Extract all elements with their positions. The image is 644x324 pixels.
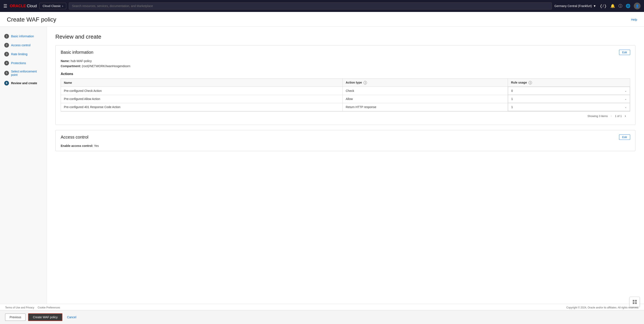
policy-name-value: hub-WAF-policy [71, 59, 92, 63]
help-link[interactable]: Help [631, 18, 637, 21]
oracle-logo: ORACLE Cloud [10, 4, 37, 8]
enable-label: Enable access control: [61, 144, 93, 148]
user-avatar[interactable]: 👤 [634, 3, 640, 9]
cancel-button[interactable]: Cancel [65, 314, 78, 320]
showing-items-text: Showing 3 items [587, 115, 608, 118]
help-circle-icon[interactable]: ⓘ [618, 4, 622, 9]
table-row: Pre-configured 401 Response Code Action … [61, 103, 630, 111]
expand-row-2-icon[interactable]: ⌄ [624, 97, 627, 100]
sidebar-item-label: Protections [11, 61, 26, 65]
table-row: Pre-configured Allow Action Allow 1 ⌄ [61, 95, 630, 103]
step-6-circle: 6 [4, 81, 9, 86]
pagination-row: Showing 3 items ‹ 1 of 1 › [61, 111, 630, 120]
bottom-bar: Previous Create WAF policy Cancel [0, 310, 644, 324]
action-name-3: Pre-configured 401 Response Code Action [61, 103, 343, 111]
top-navigation: ☰ ORACLE Cloud Cloud Classic › Germany C… [0, 0, 644, 12]
sidebar-item-enforcement-point[interactable]: 5 Select enforcement point [0, 68, 47, 79]
step-4-circle: 4 [4, 61, 9, 66]
previous-button[interactable]: Previous [5, 313, 26, 321]
action-name-1: Pre-configured Check Action [61, 87, 343, 95]
page-info: 1 of 1 [615, 115, 622, 118]
expand-row-3-icon[interactable]: ⌄ [624, 106, 627, 109]
next-page-button[interactable]: › [624, 114, 627, 118]
help-widget[interactable] [630, 297, 640, 307]
sidebar-item-rate-limiting[interactable]: 3 Rate limiting [0, 50, 47, 59]
actions-title: Actions [61, 72, 630, 76]
page-title: Create WAF policy [7, 16, 56, 23]
main-layout: 1 Basic information 2 Access control 3 R… [0, 27, 644, 304]
bell-icon[interactable]: 🔔 [610, 4, 615, 8]
basic-information-header: Basic information Edit [56, 45, 635, 58]
sidebar-item-basic-information[interactable]: 1 Basic information [0, 32, 47, 41]
rule-usage-1: 0 ⌄ [508, 87, 630, 95]
help-widget-grid [632, 299, 638, 305]
action-type-3: Return HTTP response [343, 103, 508, 111]
sidebar-item-review-and-create: 6 Review and create [0, 79, 47, 88]
search-input[interactable] [69, 2, 552, 10]
cookie-link[interactable]: Cookie Preferences [38, 306, 60, 309]
access-control-info: Enable access control: Yes [56, 143, 635, 151]
sidebar-item-label: Access control [11, 44, 30, 47]
compartment-row: Compartment: (root)/NETWORK/IwanHoogendo… [56, 64, 635, 69]
policy-name-row: Name: hub-WAF-policy [56, 58, 635, 64]
access-control-header: Access control Edit [56, 130, 635, 143]
rule-usage-2: 1 ⌄ [508, 95, 630, 103]
actions-table: Name Action type i Rule usage i [61, 79, 630, 111]
region-selector[interactable]: Germany Central (Frankfurt) ▼ [554, 4, 596, 8]
step-1-circle: 1 [4, 34, 9, 39]
rule-usage-3: 1 ⌄ [508, 103, 630, 111]
table-row: Pre-configured Check Action Check 0 ⌄ [61, 87, 630, 95]
access-control-edit-button[interactable]: Edit [619, 135, 630, 140]
rule-usage-info-icon[interactable]: i [528, 81, 532, 84]
compartment-path: (root)/NETWORK/IwanHoogendoorn [82, 64, 130, 68]
step-5-circle: 5 [4, 71, 9, 76]
review-section-title: Review and create [55, 34, 636, 40]
page-container: Create WAF policy Help 1 Basic informati… [0, 12, 644, 324]
action-type-info-icon[interactable]: i [364, 81, 367, 84]
footer-links: Terms of Use and Privacy Cookie Preferen… [5, 306, 60, 309]
chevron-down-icon: ▼ [593, 4, 596, 8]
topnav-right: Germany Central (Frankfurt) ▼ ❬/❭ 🔔 ⓘ 🌐 … [554, 3, 640, 9]
col-rule-usage: Rule usage i [508, 79, 630, 87]
action-name-2: Pre-configured Allow Action [61, 95, 343, 103]
expand-row-1-icon[interactable]: ⌄ [624, 89, 627, 92]
basic-information-edit-button[interactable]: Edit [619, 50, 630, 55]
basic-information-card: Basic information Edit Name: hub-WAF-pol… [55, 45, 636, 125]
cloud-classic-button[interactable]: Cloud Classic › [40, 3, 66, 9]
col-name: Name [61, 79, 343, 87]
compartment-label: Compartment: [61, 64, 81, 68]
step-2-circle: 2 [4, 43, 9, 48]
sidebar: 1 Basic information 2 Access control 3 R… [0, 27, 47, 304]
page-header: Create WAF policy Help [0, 12, 644, 27]
code-icon[interactable]: ❬/❭ [600, 4, 607, 8]
copyright-text: Copyright © 2024, Oracle and/or its affi… [566, 306, 639, 309]
sidebar-item-protections[interactable]: 4 Protections [0, 59, 47, 68]
sidebar-item-label: Review and create [11, 81, 37, 85]
previous-page-button[interactable]: ‹ [610, 114, 613, 118]
hamburger-menu[interactable]: ☰ [4, 4, 7, 9]
col-action-type: Action type i [343, 79, 508, 87]
name-label: Name: [61, 59, 70, 63]
content-area: Review and create Basic information Edit… [47, 27, 644, 304]
access-control-card: Access control Edit Enable access contro… [55, 130, 636, 151]
enable-value: Yes [94, 144, 99, 148]
terms-link[interactable]: Terms of Use and Privacy [5, 306, 34, 309]
actions-section: Actions Name Action type i [56, 72, 635, 125]
sidebar-item-label: Select enforcement point [11, 70, 42, 77]
sidebar-item-label: Basic information [11, 35, 34, 38]
action-type-2: Allow [343, 95, 508, 103]
action-type-1: Check [343, 87, 508, 95]
step-3-circle: 3 [4, 52, 9, 57]
basic-information-title: Basic information [61, 50, 93, 55]
sidebar-item-access-control[interactable]: 2 Access control [0, 41, 47, 50]
globe-icon[interactable]: 🌐 [626, 4, 630, 8]
access-control-title: Access control [61, 135, 88, 140]
chevron-right-icon: › [62, 4, 63, 8]
create-waf-policy-button[interactable]: Create WAF policy [28, 313, 62, 321]
sidebar-item-label: Rate limiting [11, 53, 28, 56]
